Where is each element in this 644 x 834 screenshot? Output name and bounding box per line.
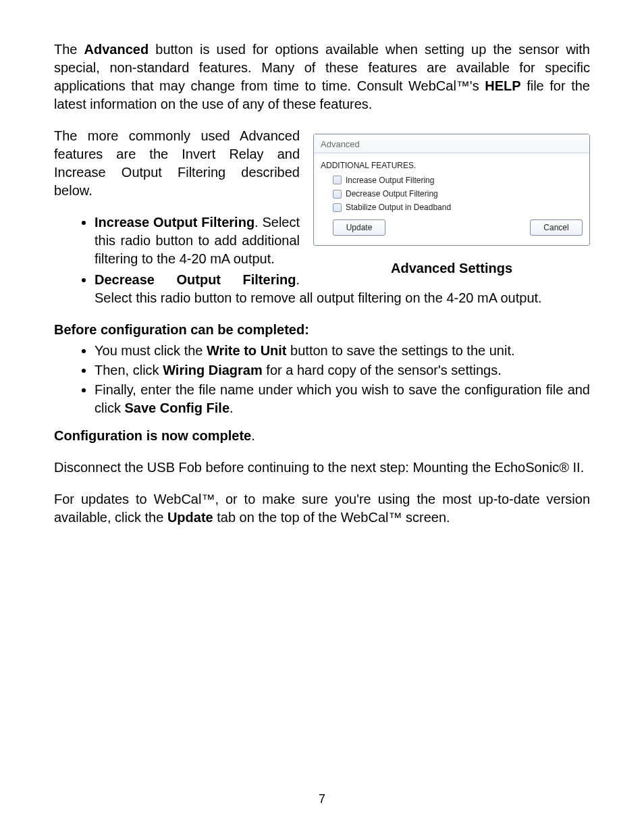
checkbox-icon[interactable] (333, 190, 342, 199)
checkbox-row-stabilize[interactable]: Stabilize Output in Deadband (333, 202, 583, 213)
checkbox-row-increase[interactable]: Increase Output Filtering (333, 175, 583, 186)
config-steps-bullets: You must click the Write to Unit button … (54, 342, 590, 417)
bold-update-tab: Update (167, 510, 213, 525)
paragraph-disconnect: Disconnect the USB Fob before continuing… (54, 459, 590, 477)
bold-help: HELP (485, 78, 520, 93)
list-item: Then, click Wiring Diagram for a hard co… (95, 361, 590, 380)
dialog-body: ADDITIONAL FEATURES. Increase Output Fil… (314, 153, 589, 246)
paragraph-advanced-intro: The Advanced button is used for options … (54, 41, 590, 113)
checkbox-label: Stabilize Output in Deadband (346, 202, 451, 213)
text: for a hard copy of the sensor's settings… (263, 363, 502, 377)
bold-save-config: Save Config File (124, 400, 230, 415)
list-item: You must click the Write to Unit button … (95, 342, 590, 360)
bold-wiring-diagram: Wiring Diagram (163, 363, 263, 377)
bold-write-to-unit: Write to Unit (207, 343, 287, 358)
list-item: Finally, enter the file name under which… (95, 381, 590, 417)
text: tab on the top of the WebCal™ screen. (213, 510, 450, 525)
text: . (230, 400, 234, 415)
cancel-button[interactable]: Cancel (530, 219, 583, 236)
bold-decrease: Decrease Output Filtering (95, 272, 296, 287)
figure-block: Advanced ADDITIONAL FEATURES. Increase O… (313, 134, 590, 278)
checkbox-row-decrease[interactable]: Decrease Output Filtering (333, 188, 583, 199)
paragraph-updates: For updates to WebCal™, or to make sure … (54, 490, 590, 527)
text: . (251, 428, 255, 443)
text: The (54, 42, 84, 57)
update-button[interactable]: Update (333, 219, 385, 236)
dialog-titlebar: Advanced (314, 134, 589, 153)
dialog-button-row: Update Cancel (333, 219, 583, 236)
heading-config-complete: Configuration is now complete. (54, 427, 590, 445)
figure-caption: Advanced Settings (313, 259, 590, 278)
dialog-subtitle: ADDITIONAL FEATURES. (321, 160, 583, 171)
advanced-dialog: Advanced ADDITIONAL FEATURES. Increase O… (313, 134, 590, 246)
checkbox-label: Increase Output Filtering (346, 175, 434, 186)
text: Then, click (95, 363, 163, 377)
heading-before-config: Before configuration can be completed: (54, 321, 590, 339)
checkbox-icon[interactable] (333, 203, 342, 212)
bold-increase: Increase Output Filtering (95, 215, 254, 230)
checkbox-label: Decrease Output Filtering (346, 188, 438, 199)
text: You must click the (95, 343, 207, 358)
page-number: 7 (0, 791, 644, 807)
text: button to save the settings to the unit. (287, 343, 515, 358)
checkbox-icon[interactable] (333, 176, 342, 184)
bold-config-complete: Configuration is now complete (54, 428, 251, 443)
bold-advanced: Advanced (84, 42, 149, 57)
